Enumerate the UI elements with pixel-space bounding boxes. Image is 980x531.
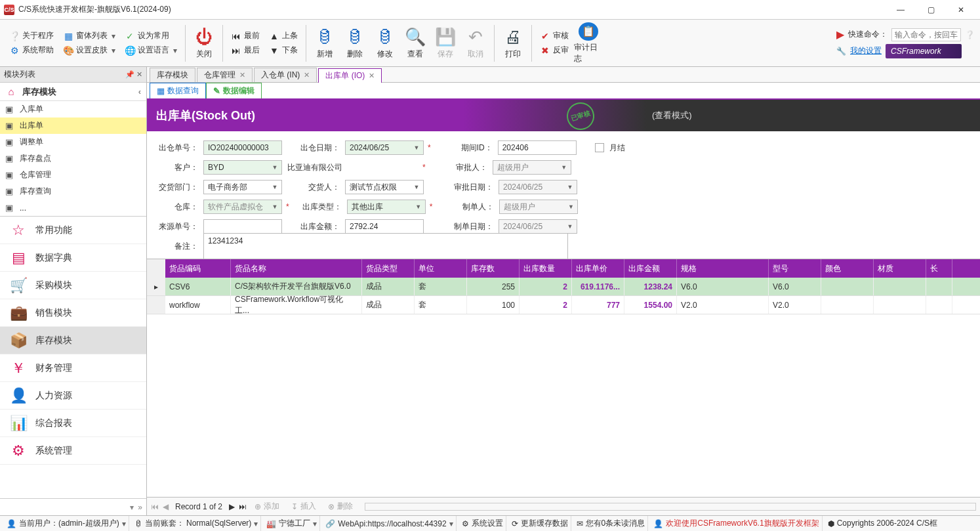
status-factory[interactable]: 🏭宁德工厂▾ — [264, 516, 320, 531]
close-icon[interactable]: ✕ — [239, 71, 245, 79]
nav-last[interactable]: ⏭ — [239, 502, 247, 511]
help-icon[interactable]: ❔ — [965, 30, 975, 39]
delete-button[interactable]: 🛢删除 — [340, 22, 369, 64]
col-header[interactable]: 出库单价 — [572, 259, 624, 278]
module-button[interactable]: ￥财务管理 — [0, 354, 146, 382]
col-header[interactable]: 颜色 — [821, 259, 874, 278]
syshelp-button[interactable]: ⚙系统帮助 — [5, 44, 58, 57]
first-button[interactable]: ⏮最前 — [227, 30, 264, 43]
cancel-button[interactable]: ↶取消 — [461, 22, 490, 64]
view-button[interactable]: 🔍查看 — [401, 22, 430, 64]
grid-add-button[interactable]: ⊕添加 — [251, 499, 283, 513]
warehouse-input[interactable]: 软件产品虚拟仓▼ — [203, 200, 282, 214]
col-header[interactable]: 单位 — [415, 259, 467, 278]
grid-delete-button[interactable]: ⊗删除 — [324, 499, 357, 513]
dropdown-icon[interactable]: ▼ — [270, 182, 280, 192]
dropdown-icon[interactable]: ▼ — [411, 142, 422, 153]
dropdown-icon[interactable]: ▼ — [270, 162, 280, 173]
pin-icon[interactable]: 📌 ✕ — [125, 70, 142, 79]
more-icon[interactable]: » — [138, 503, 142, 512]
col-header[interactable]: 货品名称 — [231, 259, 362, 278]
auditlog-button[interactable]: 📋审计日志 — [574, 22, 603, 64]
module-button[interactable]: ▤数据字典 — [0, 244, 146, 272]
prev-button[interactable]: ▲上条 — [265, 30, 302, 43]
amount-input[interactable]: 2792.24 — [345, 219, 424, 234]
col-header[interactable]: 出库数量 — [520, 259, 572, 278]
close-button[interactable]: ✕ — [946, 0, 976, 20]
status-account[interactable]: 🛢当前账套： Normal(SqlServer)▾ — [132, 516, 262, 531]
lang-button[interactable]: 🌐设置语言▾ — [121, 44, 181, 57]
outdate-input[interactable]: 2024/06/25▼ — [345, 140, 424, 155]
doc-tab[interactable]: 出库单 (IO)✕ — [318, 68, 382, 83]
doc-tab[interactable]: 入仓单 (IN)✕ — [254, 68, 317, 82]
col-header[interactable]: 货品编码 — [165, 259, 231, 278]
dept-input[interactable]: 电子商务部▼ — [203, 180, 282, 194]
last-button[interactable]: ⏭最后 — [227, 44, 264, 57]
remark-input[interactable]: 12341234 — [203, 233, 568, 259]
approve-button[interactable]: ✔审核 — [536, 30, 573, 43]
add-button[interactable]: 🛢新增 — [310, 22, 339, 64]
save-button[interactable]: 💾保存 — [431, 22, 460, 64]
sidebar-section-inventory[interactable]: ⌂ 库存模块 ‹ — [0, 83, 146, 101]
col-header[interactable]: 库存数 — [467, 259, 520, 278]
module-button[interactable]: 🛒采购模块 — [0, 272, 146, 299]
dropdown-icon[interactable]: ▼ — [411, 182, 422, 192]
module-button[interactable]: 💼销售模块 — [0, 299, 146, 327]
status-user[interactable]: 👤当前用户：(admin-超级用户)▾ — [4, 516, 129, 531]
print-button[interactable]: 🖨打印 — [499, 22, 527, 64]
col-header[interactable]: 规格 — [677, 259, 769, 278]
outno-input[interactable]: IO202400000003 — [203, 140, 282, 155]
row-selector[interactable]: ▸ — [147, 278, 165, 295]
subtab-query[interactable]: ▦数据查询 — [150, 83, 206, 98]
status-webapi[interactable]: 🔗WebApi:https://localhost:44392▾ — [323, 516, 456, 531]
module-button[interactable]: 📦库存模块 — [0, 327, 146, 354]
module-button[interactable]: 👤人力资源 — [0, 382, 146, 410]
nav-prev[interactable]: ◀ — [163, 502, 169, 511]
tree-item[interactable]: ▣出库单 — [0, 117, 146, 134]
col-header[interactable]: 型号 — [769, 259, 821, 278]
monthclose-checkbox[interactable] — [595, 143, 604, 152]
grid-scrollbar[interactable] — [365, 503, 976, 511]
collapse-icon[interactable]: ▾ — [130, 503, 134, 512]
setdefault-button[interactable]: ✓设为常用 — [121, 30, 181, 43]
tree-item[interactable]: ▣库存查询 — [0, 183, 146, 200]
dropdown-icon[interactable]: ▼ — [413, 202, 424, 212]
next-button[interactable]: ▼下条 — [265, 44, 302, 57]
deliverer-input[interactable]: 测试节点权限▼ — [345, 180, 424, 194]
outtype-input[interactable]: 其他出库▼ — [347, 200, 426, 214]
nav-first[interactable]: ⏮ — [151, 502, 159, 511]
reject-button[interactable]: ✖反审 — [536, 44, 573, 57]
tree-item[interactable]: ▣调整单 — [0, 134, 146, 150]
col-header[interactable]: 材质 — [874, 259, 926, 278]
module-button[interactable]: ☆常用功能 — [0, 217, 146, 244]
minimize-button[interactable]: — — [886, 0, 916, 20]
col-header[interactable]: 出库金额 — [624, 259, 677, 278]
tree-item[interactable]: ▣库存盘点 — [0, 150, 146, 167]
tree-item[interactable]: ▣... — [0, 200, 146, 216]
about-button[interactable]: ❔关于程序 — [5, 30, 58, 43]
skin-button[interactable]: 🎨设置皮肤▾ — [59, 44, 119, 57]
status-cache[interactable]: ⟳更新缓存数据 — [509, 516, 571, 531]
srcno-input[interactable] — [203, 219, 282, 234]
tree-item[interactable]: ▣仓库管理 — [0, 167, 146, 183]
col-header[interactable]: 货品类型 — [362, 259, 415, 278]
status-msg[interactable]: ✉您有0条未读消息 — [574, 516, 649, 531]
status-settings[interactable]: ⚙系统设置 — [459, 516, 506, 531]
doc-tab[interactable]: 仓库管理✕ — [197, 68, 253, 82]
dropdown-icon[interactable]: ▼ — [270, 202, 280, 212]
close-tool-button[interactable]: ⏻关闭 — [190, 22, 218, 64]
col-header[interactable]: 长 — [926, 259, 952, 278]
quickcmd-input[interactable] — [891, 28, 961, 41]
grid-insert-button[interactable]: ↧插入 — [287, 499, 320, 513]
nav-next[interactable]: ▶ — [229, 502, 235, 511]
maximize-button[interactable]: ▢ — [916, 0, 946, 20]
tree-item[interactable]: ▣入库单 — [0, 101, 146, 117]
table-row[interactable]: workflowCSFramework.Workflow可视化工...成品套10… — [147, 296, 980, 314]
doc-tab[interactable]: 库存模块 — [150, 68, 195, 82]
customer-input[interactable]: BYD▼ — [203, 160, 282, 175]
close-icon[interactable]: ✕ — [304, 71, 310, 79]
period-input[interactable]: 202406 — [498, 140, 577, 155]
subtab-edit[interactable]: ✎数据编辑 — [206, 83, 262, 98]
edit-button[interactable]: 🛢修改 — [371, 22, 399, 64]
formlist-button[interactable]: ▦窗体列表▾ — [59, 30, 119, 43]
